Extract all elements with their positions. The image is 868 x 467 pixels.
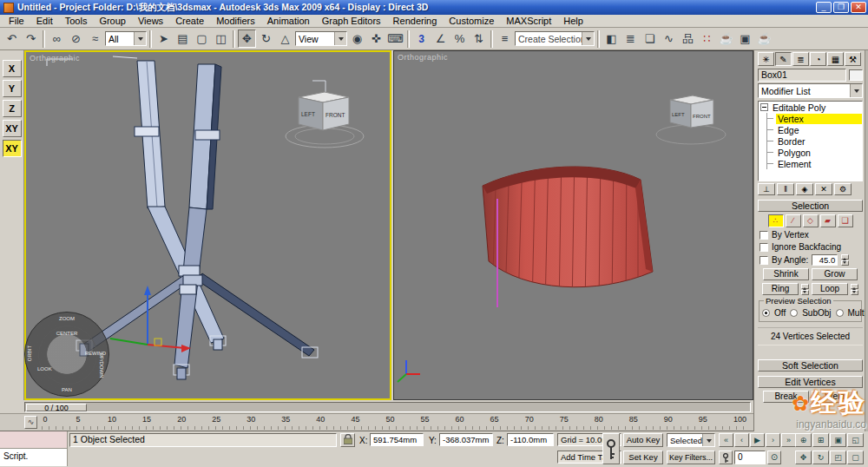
time-slider-button[interactable]: 0 / 100 [26,404,87,411]
z-coordinate-field[interactable]: -110.0mm [507,433,554,446]
spinner-snap-icon[interactable]: ⇅ [470,30,488,48]
shrink-button[interactable]: Shrink [763,268,809,280]
stack-item-element[interactable]: Element [759,158,862,169]
object-name-field[interactable]: Box01 [758,69,846,82]
show-end-result-icon[interactable]: ‖ [777,183,794,195]
time-slider-track[interactable]: 0 / 100 [24,402,751,412]
viewport-label[interactable]: Orthographic [398,53,448,62]
wheel-updown-wedge[interactable]: UP/DOWN [99,353,104,378]
dropdown-arrow-icon[interactable] [702,434,714,446]
tab-modify-icon[interactable]: ✎ [775,52,792,66]
named-selection-set-dropdown[interactable]: Create Selection Set [515,31,595,46]
select-and-rotate-icon[interactable]: ↻ [257,30,275,48]
y-coordinate-field[interactable]: -368.037mm [439,433,493,446]
configure-modifier-sets-icon[interactable]: ⚙ [834,183,852,195]
percent-snap-icon[interactable]: % [450,30,469,48]
viewport-left-orthographic[interactable]: Orthographic [24,50,391,400]
reference-coordinate-dropdown[interactable]: View [295,31,347,46]
menu-modifiers[interactable]: Modifiers [210,16,261,26]
layer-manager-icon[interactable]: ❏ [641,30,659,48]
ring-spinner[interactable] [801,284,809,295]
viewport-label[interactable]: Orthographic [30,54,80,62]
restrict-plane-xy-button[interactable]: XY [3,140,22,157]
angle-snap-icon[interactable]: ∠ [431,30,450,48]
select-by-name-icon[interactable]: ▤ [174,30,192,48]
track-bar[interactable]: ∿ 0 5 10 15 20 25 30 35 40 45 50 55 60 6… [0,414,753,431]
weld-button[interactable]: Weld [812,391,858,403]
x-coordinate-field[interactable]: 591.754mm [370,433,424,446]
menu-maxscript[interactable]: MAXScript [500,16,557,26]
stack-item-editable-poly[interactable]: Editable Poly [759,102,862,113]
menu-create[interactable]: Create [169,16,210,26]
stack-item-edge[interactable]: Edge [759,124,862,135]
viewcube-front-face-label[interactable]: FRONT [693,114,711,119]
subobject-edge-icon[interactable]: ∕ [786,214,801,227]
rollout-edit-vertices[interactable]: Edit Vertices [758,376,863,388]
ring-button[interactable]: Ring [762,283,799,295]
wheel-center-wedge[interactable]: CENTER [56,331,78,336]
next-frame-button[interactable]: › [766,433,780,447]
wheel-orbit-wedge[interactable]: ORBIT [27,345,32,361]
unlink-selection-icon[interactable]: ⊘ [67,30,85,48]
subobject-polygon-icon[interactable]: ▰ [820,214,836,227]
key-filters-button[interactable]: Key Filters... [667,451,715,464]
restrict-y-button[interactable]: Y [3,80,22,97]
dropdown-arrow-icon[interactable] [582,32,594,45]
preview-off-radio[interactable] [762,309,770,317]
make-unique-icon[interactable]: ◈ [796,183,813,195]
preview-subobj-radio[interactable] [790,309,798,317]
by-angle-checkbox[interactable] [760,256,768,265]
dropdown-arrow-icon[interactable] [134,32,146,45]
tab-create-icon[interactable]: ✳ [758,52,774,66]
auto-key-button[interactable]: Auto Key [623,433,663,447]
modifier-list-dropdown[interactable]: Modifier List [758,83,863,98]
zoom-icon[interactable]: ⊕ [795,433,812,447]
red-band-object[interactable] [483,148,653,308]
go-to-end-button[interactable]: » [781,433,796,447]
wheel-zoom-wedge[interactable]: ZOOM [59,316,75,321]
window-crossing-toggle-icon[interactable]: ◫ [212,30,230,48]
curve-editor-icon[interactable]: ∿ [660,30,678,48]
snaps-toggle-icon[interactable]: 3 [412,30,431,48]
undo-icon[interactable]: ↶ [3,30,21,48]
menu-edit[interactable]: Edit [30,16,59,26]
selection-filter-dropdown[interactable]: All [105,31,147,46]
rectangular-selection-region-icon[interactable]: ▢ [193,30,211,48]
command-panel-scrollbar[interactable] [865,50,868,431]
menu-help[interactable]: Help [557,16,589,26]
tab-display-icon[interactable]: ▦ [827,52,844,66]
schematic-view-icon[interactable]: 品 [679,30,697,48]
restrict-z-button[interactable]: Z [3,100,22,117]
wheel-look-wedge[interactable]: LOOK [37,366,52,372]
subobject-vertex-icon[interactable]: ∴ [768,214,784,227]
render-setup-icon[interactable]: ☕ [717,30,735,48]
bind-to-spacewarp-icon[interactable]: ≈ [86,30,104,48]
dropdown-arrow-icon[interactable] [334,32,346,45]
by-vertex-checkbox[interactable] [760,231,768,240]
zoom-all-icon[interactable]: ⊞ [812,433,829,447]
loop-spinner[interactable] [851,284,858,295]
viewcube-left-face-label[interactable]: LEFT [672,112,685,117]
loop-button[interactable]: Loop [812,283,848,295]
maximize-viewport-icon[interactable]: ▢ [847,451,864,464]
previous-frame-button[interactable]: ‹ [734,433,749,447]
maxscript-mini-listener[interactable]: Script. [0,449,68,466]
current-frame-field[interactable]: 0 [734,451,766,464]
select-and-manipulate-icon[interactable]: ✜ [367,30,385,48]
maximize-button[interactable]: ❐ [833,2,849,13]
region-zoom-icon[interactable]: ◰ [830,451,846,464]
select-object-icon[interactable]: ➤ [155,30,173,48]
grow-button[interactable]: Grow [812,268,858,280]
select-and-move-icon[interactable]: ✥ [238,30,256,48]
quick-render-icon[interactable]: ☕ [755,30,773,48]
edit-named-selection-sets-icon[interactable]: ≡ [496,30,514,48]
key-selected-dropdown[interactable]: Selected [667,433,715,447]
tab-hierarchy-icon[interactable]: ≣ [792,52,809,66]
stack-item-polygon[interactable]: Polygon [759,147,862,158]
select-and-scale-icon[interactable]: △ [276,30,294,48]
rollout-selection[interactable]: Selection [758,200,863,212]
restrict-x-button[interactable]: X [3,60,22,77]
preview-multi-radio[interactable] [836,309,844,317]
menu-file[interactable]: File [3,16,30,26]
subobject-border-icon[interactable]: ◇ [803,214,819,227]
